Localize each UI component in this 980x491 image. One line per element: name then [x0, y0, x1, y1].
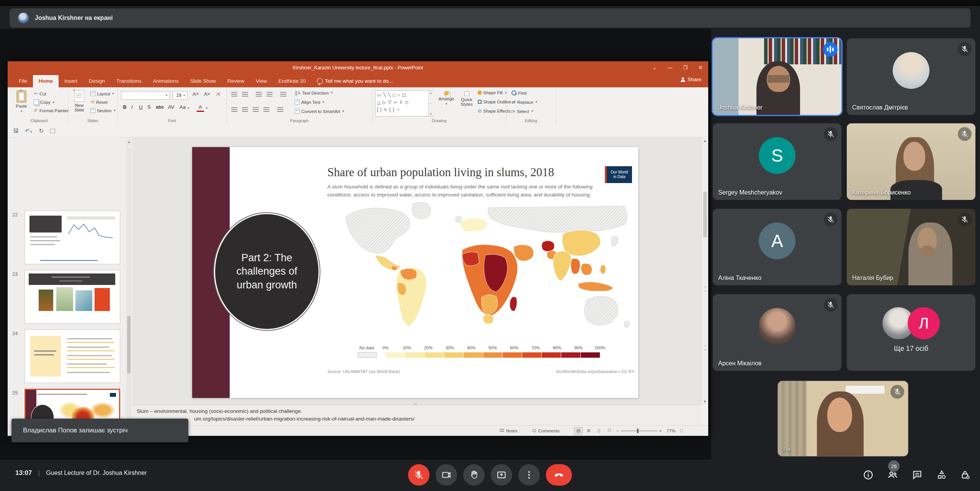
tab-file[interactable]: File	[13, 75, 33, 87]
tile-nataliya[interactable]: Наталія Бубир	[847, 209, 975, 285]
font-color-icon[interactable]: A	[197, 103, 204, 112]
shapes-gallery[interactable]: ▭╲╲□○◻△▷▽⇦⇩◇ʃ)∿{}☆	[375, 90, 433, 116]
tab-endnote[interactable]: EndNote 20	[273, 75, 311, 87]
tile-joshua-kirshner[interactable]: Joshua Kirshner	[713, 38, 841, 115]
convert-smartart-button[interactable]: Convert to SmartArt▼	[295, 109, 345, 114]
text-direction-button[interactable]: ∥AText Direction▼	[295, 90, 333, 95]
change-case-icon[interactable]: Aa	[178, 103, 188, 111]
increase-indent-icon[interactable]	[266, 92, 273, 97]
strikethrough-button[interactable]: abc	[154, 103, 166, 111]
align-right-icon[interactable]	[253, 107, 259, 112]
arrange-button[interactable]: Arrange▼	[436, 91, 456, 106]
replace-button[interactable]: ⇄Replace▼	[511, 100, 538, 105]
mic-toggle-button[interactable]	[408, 464, 430, 486]
tab-design[interactable]: Design	[83, 75, 111, 87]
close-icon[interactable]: ✕	[693, 61, 708, 74]
tab-transitions[interactable]: Transitions	[111, 75, 147, 87]
quick-styles-button[interactable]: Quick Styles	[457, 91, 476, 106]
tab-view[interactable]: View	[250, 75, 273, 87]
scroll-down-icon[interactable]: ▼	[703, 399, 707, 404]
section-button[interactable]: Section▼	[90, 108, 116, 113]
activities-button[interactable]	[933, 466, 950, 483]
numbering-icon[interactable]	[242, 92, 248, 97]
previous-slide-icon[interactable]: ⌃⌃	[703, 286, 706, 294]
decrease-indent-icon[interactable]	[256, 92, 262, 97]
thumbnail-slide-23[interactable]	[24, 270, 120, 324]
shapes-scrollbar[interactable]: ▲▪▼	[428, 91, 433, 116]
underline-button[interactable]: U	[137, 103, 144, 111]
bullets-icon[interactable]	[231, 92, 237, 97]
slide-sorter-view-icon[interactable]: ⊞	[585, 427, 593, 435]
font-name-input[interactable]: ▼	[121, 91, 170, 100]
tile-alina[interactable]: A Аліна Ткаченко	[713, 209, 841, 285]
format-painter-button[interactable]: ✐Format Painter	[34, 108, 69, 113]
redo-icon[interactable]: ↻	[39, 128, 44, 134]
scrollbar-thumb[interactable]	[703, 191, 707, 237]
thumbnail-slide-24[interactable]	[24, 329, 120, 383]
slideshow-view-icon[interactable]: ⛉	[605, 427, 614, 435]
undo-icon[interactable]: ↶▼	[25, 128, 33, 134]
tile-arsen[interactable]: Арсен Мікаілов	[713, 294, 841, 371]
align-left-icon[interactable]	[231, 107, 237, 112]
more-options-button[interactable]	[518, 464, 540, 486]
normal-view-icon[interactable]: ▤	[574, 427, 583, 435]
reset-button[interactable]: ⟲Reset	[90, 100, 108, 105]
font-size-input[interactable]: 19 ▼	[172, 91, 188, 100]
tile-kateryna[interactable]: Катерина Борисенко	[847, 123, 975, 200]
camera-toggle-button[interactable]	[436, 464, 457, 486]
end-call-button[interactable]	[546, 464, 572, 486]
decrease-font-icon[interactable]: A˅	[202, 90, 212, 98]
participants-button[interactable]: 26	[884, 466, 901, 483]
slide-vertical-scrollbar[interactable]: ▲ ⌃⌃ ⌄⌄ ▼	[701, 137, 708, 405]
zoom-in-icon[interactable]: +	[659, 429, 662, 433]
layout-button[interactable]: Layout▼	[90, 91, 114, 96]
bold-button[interactable]: B	[121, 103, 128, 111]
character-spacing-icon[interactable]: AV	[166, 103, 176, 111]
tile-svyatoslav[interactable]: Святослав Дмітрієв	[847, 38, 975, 115]
justify-icon[interactable]	[263, 107, 270, 112]
zoom-slider[interactable]	[621, 430, 657, 431]
thumbs-scroll-up-icon[interactable]: ▲	[126, 139, 131, 146]
align-text-button[interactable]: Align Text▼	[295, 100, 325, 105]
align-center-icon[interactable]	[242, 107, 248, 112]
shape-fill-button[interactable]: Shape Fill▼	[478, 90, 507, 95]
tell-me-box[interactable]: Tell me what you want to do...	[312, 75, 399, 87]
tab-home[interactable]: Home	[33, 75, 59, 87]
tile-sergey[interactable]: S Sergey Meshcheryakov	[713, 123, 841, 200]
tab-insert[interactable]: Insert	[59, 75, 83, 87]
line-spacing-icon[interactable]	[280, 92, 286, 97]
increase-font-icon[interactable]: A˄	[191, 90, 201, 98]
reading-view-icon[interactable]: ▯	[595, 427, 603, 435]
next-slide-icon[interactable]: ⌄⌄	[703, 343, 706, 351]
scroll-up-icon[interactable]: ▲	[703, 139, 707, 143]
zoom-out-icon[interactable]: −	[616, 429, 619, 433]
meeting-details-button[interactable]	[860, 466, 877, 483]
minimize-icon[interactable]: —	[662, 61, 678, 74]
copy-button[interactable]: Copy▼	[34, 100, 55, 105]
host-controls-button[interactable]	[957, 466, 974, 483]
tile-more-participants[interactable]: Л Ще 17 осіб	[847, 294, 975, 371]
notes-toggle[interactable]: Notes	[500, 426, 518, 436]
italic-button[interactable]: I	[129, 103, 135, 111]
shadow-button[interactable]: S	[145, 103, 153, 111]
find-button[interactable]: Find	[511, 90, 526, 95]
tab-review[interactable]: Review	[222, 75, 250, 87]
select-button[interactable]: ▷Select▼	[511, 109, 534, 114]
raise-hand-button[interactable]	[463, 464, 485, 486]
restore-icon[interactable]: ❐	[678, 61, 693, 74]
columns-icon[interactable]	[277, 107, 283, 112]
comments-toggle[interactable]: 🗨Comments	[532, 426, 560, 436]
slide-canvas[interactable]: Part 2: The challenges of urban growth S…	[192, 147, 638, 398]
start-slideshow-icon[interactable]: 🖵	[50, 128, 55, 134]
notes-pane[interactable]: Slum – environmental, housing (socio-eco…	[132, 405, 701, 425]
ppt-share-button[interactable]: Share	[681, 77, 701, 82]
thumbs-scrollbar[interactable]	[126, 147, 131, 422]
tab-animations[interactable]: Animations	[147, 75, 185, 87]
present-screen-button[interactable]	[491, 464, 512, 486]
save-icon[interactable]: 🖫	[13, 128, 19, 134]
tile-self-view[interactable]: Ви	[778, 381, 908, 456]
paste-button[interactable]: Paste▼	[13, 90, 30, 113]
clear-formatting-icon[interactable]: A̸	[214, 90, 222, 98]
fit-to-window-icon[interactable]: ⛶	[677, 427, 686, 435]
cut-button[interactable]: ✂Cut	[34, 91, 46, 96]
